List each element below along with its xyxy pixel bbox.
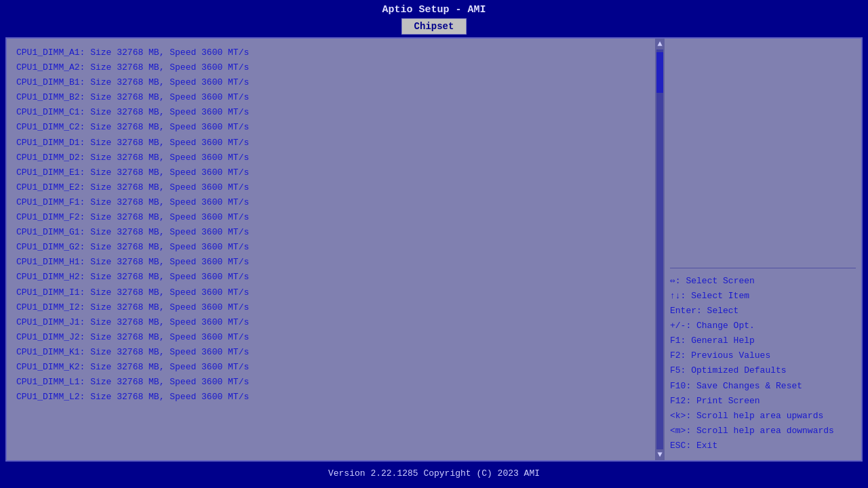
dimm-list-item: CPU1_DIMM_L2: Size 32768 MB, Speed 3600 … xyxy=(14,390,655,405)
footer: Version 2.22.1285 Copyright (C) 2023 AMI xyxy=(0,464,868,483)
dimm-list-item: CPU1_DIMM_F2: Size 32768 MB, Speed 3600 … xyxy=(14,210,655,225)
help-m: <m>: Scroll help area downwards xyxy=(670,424,856,439)
help-f10: F10: Save Changes & Reset xyxy=(670,379,856,394)
dimm-list: CPU1_DIMM_A1: Size 32768 MB, Speed 3600 … xyxy=(14,45,655,405)
footer-text: Version 2.22.1285 Copyright (C) 2023 AMI xyxy=(328,468,540,479)
dimm-list-item: CPU1_DIMM_E2: Size 32768 MB, Speed 3600 … xyxy=(14,180,655,195)
help-k: <k>: Scroll help area upwards xyxy=(670,409,856,424)
dimm-list-item: CPU1_DIMM_J2: Size 32768 MB, Speed 3600 … xyxy=(14,330,655,345)
dimm-list-item: CPU1_DIMM_J1: Size 32768 MB, Speed 3600 … xyxy=(14,315,655,330)
scroll-down-button[interactable]: ▼ xyxy=(657,451,662,459)
dimm-list-item: CPU1_DIMM_B1: Size 32768 MB, Speed 3600 … xyxy=(14,75,655,90)
dimm-list-item: CPU1_DIMM_D1: Size 32768 MB, Speed 3600 … xyxy=(14,136,655,150)
dimm-list-item: CPU1_DIMM_C1: Size 32768 MB, Speed 3600 … xyxy=(14,105,655,120)
help-f12: F12: Print Screen xyxy=(670,394,856,409)
dimm-list-item: CPU1_DIMM_F1: Size 32768 MB, Speed 3600 … xyxy=(14,195,655,210)
dimm-list-item: CPU1_DIMM_H1: Size 32768 MB, Speed 3600 … xyxy=(14,255,655,270)
right-panel: ⇔: Select Screen ↑↓: Select Item Enter: … xyxy=(665,39,861,460)
tab-bar: Chipset xyxy=(0,17,868,35)
help-esc: ESC: Exit xyxy=(670,439,856,453)
dimm-list-item: CPU1_DIMM_E1: Size 32768 MB, Speed 3600 … xyxy=(14,165,655,180)
dimm-list-item: CPU1_DIMM_D2: Size 32768 MB, Speed 3600 … xyxy=(14,150,655,165)
right-help-top xyxy=(670,45,856,268)
dimm-list-item: CPU1_DIMM_L1: Size 32768 MB, Speed 3600 … xyxy=(14,375,655,390)
scroll-up-button[interactable]: ▲ xyxy=(657,40,662,48)
dimm-list-item: CPU1_DIMM_A1: Size 32768 MB, Speed 3600 … xyxy=(14,45,655,60)
dimm-list-item: CPU1_DIMM_G2: Size 32768 MB, Speed 3600 … xyxy=(14,240,655,255)
scroll-thumb xyxy=(656,52,663,93)
help-f2: F2: Previous Values xyxy=(670,348,856,363)
chipset-tab[interactable]: Chipset xyxy=(401,18,467,35)
main-container: CPU1_DIMM_A1: Size 32768 MB, Speed 3600 … xyxy=(5,37,863,462)
right-help-bottom: ⇔: Select Screen ↑↓: Select Item Enter: … xyxy=(670,268,856,453)
help-f5: F5: Optimized Defaults xyxy=(670,363,856,378)
dimm-list-item: CPU1_DIMM_I1: Size 32768 MB, Speed 3600 … xyxy=(14,285,655,300)
dimm-list-item: CPU1_DIMM_I2: Size 32768 MB, Speed 3600 … xyxy=(14,300,655,315)
help-select-screen: ⇔: Select Screen xyxy=(670,274,856,289)
help-enter: Enter: Select xyxy=(670,304,856,319)
scrollbar[interactable]: ▲ ▼ xyxy=(655,39,665,460)
dimm-list-item: CPU1_DIMM_A2: Size 32768 MB, Speed 3600 … xyxy=(14,60,655,75)
app-header: Aptio Setup - AMI xyxy=(0,0,868,17)
help-change-opt: +/-: Change Opt. xyxy=(670,319,856,333)
scroll-track[interactable] xyxy=(656,49,663,449)
dimm-list-item: CPU1_DIMM_B2: Size 32768 MB, Speed 3600 … xyxy=(14,90,655,105)
dimm-list-item: CPU1_DIMM_K2: Size 32768 MB, Speed 3600 … xyxy=(14,360,655,375)
left-panel: CPU1_DIMM_A1: Size 32768 MB, Speed 3600 … xyxy=(7,39,655,460)
dimm-list-item: CPU1_DIMM_G1: Size 32768 MB, Speed 3600 … xyxy=(14,225,655,240)
dimm-list-item: CPU1_DIMM_C2: Size 32768 MB, Speed 3600 … xyxy=(14,120,655,135)
help-f1: F1: General Help xyxy=(670,333,856,348)
dimm-list-item: CPU1_DIMM_H2: Size 32768 MB, Speed 3600 … xyxy=(14,270,655,285)
app-title: Aptio Setup - AMI xyxy=(382,4,486,16)
dimm-list-item: CPU1_DIMM_K1: Size 32768 MB, Speed 3600 … xyxy=(14,345,655,360)
help-select-item: ↑↓: Select Item xyxy=(670,289,856,304)
